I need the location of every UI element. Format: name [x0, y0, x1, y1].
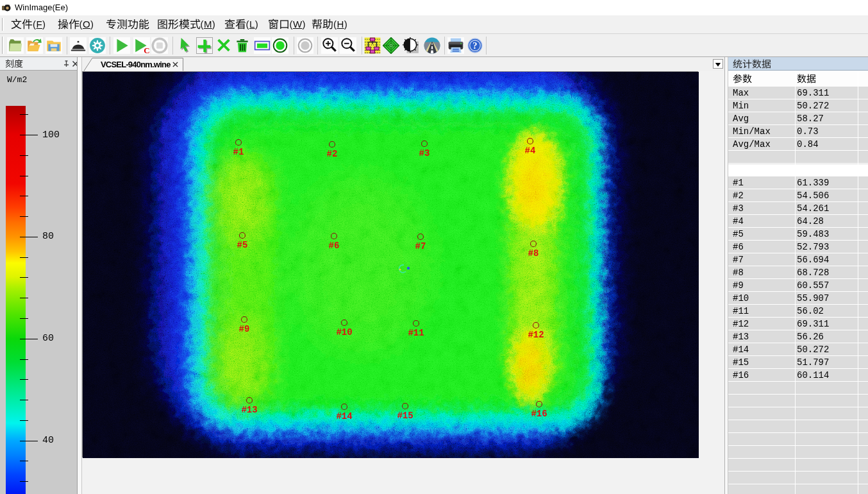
svg-text:#10: #10 — [336, 327, 352, 337]
svg-text:#2: #2 — [327, 149, 338, 159]
svg-text:#7: #7 — [415, 241, 426, 251]
svg-text:#5: #5 — [237, 240, 248, 250]
svg-text:#12: #12 — [528, 330, 544, 340]
svg-text:#1: #1 — [233, 147, 244, 157]
svg-text:#6: #6 — [329, 241, 340, 251]
svg-text:#15: #15 — [397, 411, 413, 421]
svg-text:#9: #9 — [239, 324, 250, 334]
svg-text:#8: #8 — [528, 248, 539, 259]
svg-text:#13: #13 — [241, 405, 257, 415]
svg-text:#4: #4 — [525, 146, 536, 156]
svg-text:C: C — [144, 45, 149, 53]
svg-text:#3: #3 — [419, 148, 430, 158]
svg-text:?: ? — [472, 40, 477, 51]
svg-text:#11: #11 — [408, 328, 424, 338]
svg-text:#16: #16 — [531, 409, 547, 419]
svg-text:#14: #14 — [336, 411, 352, 422]
